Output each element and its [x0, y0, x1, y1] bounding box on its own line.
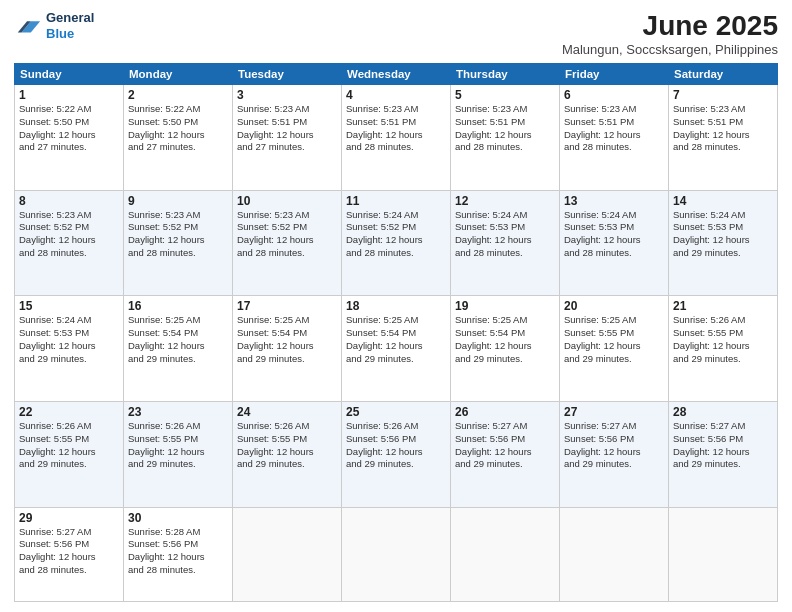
table-row: 11Sunrise: 5:24 AM Sunset: 5:52 PM Dayli… [342, 190, 451, 296]
table-row: 22Sunrise: 5:26 AM Sunset: 5:55 PM Dayli… [15, 401, 124, 507]
day-number: 28 [673, 405, 773, 419]
week-row-4: 22Sunrise: 5:26 AM Sunset: 5:55 PM Dayli… [15, 401, 778, 507]
table-row: 12Sunrise: 5:24 AM Sunset: 5:53 PM Dayli… [451, 190, 560, 296]
day-info: Sunrise: 5:22 AM Sunset: 5:50 PM Dayligh… [128, 103, 228, 154]
day-number: 26 [455, 405, 555, 419]
day-number: 3 [237, 88, 337, 102]
day-number: 21 [673, 299, 773, 313]
week-row-3: 15Sunrise: 5:24 AM Sunset: 5:53 PM Dayli… [15, 296, 778, 402]
table-row: 1Sunrise: 5:22 AM Sunset: 5:50 PM Daylig… [15, 85, 124, 191]
day-info: Sunrise: 5:25 AM Sunset: 5:54 PM Dayligh… [237, 314, 337, 365]
location-title: Malungun, Soccsksargen, Philippines [562, 42, 778, 57]
day-info: Sunrise: 5:24 AM Sunset: 5:53 PM Dayligh… [564, 209, 664, 260]
table-row: 2Sunrise: 5:22 AM Sunset: 5:50 PM Daylig… [124, 85, 233, 191]
table-row: 10Sunrise: 5:23 AM Sunset: 5:52 PM Dayli… [233, 190, 342, 296]
day-info: Sunrise: 5:27 AM Sunset: 5:56 PM Dayligh… [455, 420, 555, 471]
table-row [233, 507, 342, 601]
table-row: 18Sunrise: 5:25 AM Sunset: 5:54 PM Dayli… [342, 296, 451, 402]
day-info: Sunrise: 5:26 AM Sunset: 5:55 PM Dayligh… [673, 314, 773, 365]
day-info: Sunrise: 5:24 AM Sunset: 5:53 PM Dayligh… [19, 314, 119, 365]
day-number: 30 [128, 511, 228, 525]
logo: General Blue [14, 10, 94, 41]
table-row: 16Sunrise: 5:25 AM Sunset: 5:54 PM Dayli… [124, 296, 233, 402]
day-number: 29 [19, 511, 119, 525]
table-row: 15Sunrise: 5:24 AM Sunset: 5:53 PM Dayli… [15, 296, 124, 402]
table-row: 28Sunrise: 5:27 AM Sunset: 5:56 PM Dayli… [669, 401, 778, 507]
col-thursday: Thursday [451, 64, 560, 85]
col-saturday: Saturday [669, 64, 778, 85]
day-info: Sunrise: 5:24 AM Sunset: 5:52 PM Dayligh… [346, 209, 446, 260]
day-info: Sunrise: 5:23 AM Sunset: 5:52 PM Dayligh… [19, 209, 119, 260]
title-block: June 2025 Malungun, Soccsksargen, Philip… [562, 10, 778, 57]
day-number: 20 [564, 299, 664, 313]
table-row: 14Sunrise: 5:24 AM Sunset: 5:53 PM Dayli… [669, 190, 778, 296]
table-row: 7Sunrise: 5:23 AM Sunset: 5:51 PM Daylig… [669, 85, 778, 191]
table-row: 23Sunrise: 5:26 AM Sunset: 5:55 PM Dayli… [124, 401, 233, 507]
table-row: 20Sunrise: 5:25 AM Sunset: 5:55 PM Dayli… [560, 296, 669, 402]
col-wednesday: Wednesday [342, 64, 451, 85]
day-info: Sunrise: 5:27 AM Sunset: 5:56 PM Dayligh… [19, 526, 119, 577]
month-title: June 2025 [562, 10, 778, 42]
day-number: 24 [237, 405, 337, 419]
day-number: 27 [564, 405, 664, 419]
table-row: 3Sunrise: 5:23 AM Sunset: 5:51 PM Daylig… [233, 85, 342, 191]
day-number: 19 [455, 299, 555, 313]
day-info: Sunrise: 5:23 AM Sunset: 5:51 PM Dayligh… [346, 103, 446, 154]
col-sunday: Sunday [15, 64, 124, 85]
day-info: Sunrise: 5:23 AM Sunset: 5:51 PM Dayligh… [237, 103, 337, 154]
day-number: 17 [237, 299, 337, 313]
calendar-page: General Blue June 2025 Malungun, Soccsks… [0, 0, 792, 612]
day-number: 23 [128, 405, 228, 419]
week-row-2: 8Sunrise: 5:23 AM Sunset: 5:52 PM Daylig… [15, 190, 778, 296]
table-row: 5Sunrise: 5:23 AM Sunset: 5:51 PM Daylig… [451, 85, 560, 191]
table-row: 29Sunrise: 5:27 AM Sunset: 5:56 PM Dayli… [15, 507, 124, 601]
table-row: 21Sunrise: 5:26 AM Sunset: 5:55 PM Dayli… [669, 296, 778, 402]
day-number: 2 [128, 88, 228, 102]
table-row: 6Sunrise: 5:23 AM Sunset: 5:51 PM Daylig… [560, 85, 669, 191]
day-number: 5 [455, 88, 555, 102]
day-number: 9 [128, 194, 228, 208]
day-number: 1 [19, 88, 119, 102]
day-info: Sunrise: 5:24 AM Sunset: 5:53 PM Dayligh… [673, 209, 773, 260]
table-row [560, 507, 669, 601]
table-row [451, 507, 560, 601]
table-row: 9Sunrise: 5:23 AM Sunset: 5:52 PM Daylig… [124, 190, 233, 296]
table-row: 19Sunrise: 5:25 AM Sunset: 5:54 PM Dayli… [451, 296, 560, 402]
week-row-1: 1Sunrise: 5:22 AM Sunset: 5:50 PM Daylig… [15, 85, 778, 191]
day-number: 6 [564, 88, 664, 102]
day-number: 25 [346, 405, 446, 419]
day-info: Sunrise: 5:24 AM Sunset: 5:53 PM Dayligh… [455, 209, 555, 260]
day-info: Sunrise: 5:27 AM Sunset: 5:56 PM Dayligh… [564, 420, 664, 471]
day-info: Sunrise: 5:25 AM Sunset: 5:54 PM Dayligh… [346, 314, 446, 365]
week-row-5: 29Sunrise: 5:27 AM Sunset: 5:56 PM Dayli… [15, 507, 778, 601]
table-row [342, 507, 451, 601]
table-row: 17Sunrise: 5:25 AM Sunset: 5:54 PM Dayli… [233, 296, 342, 402]
day-number: 14 [673, 194, 773, 208]
day-number: 22 [19, 405, 119, 419]
day-number: 8 [19, 194, 119, 208]
day-info: Sunrise: 5:28 AM Sunset: 5:56 PM Dayligh… [128, 526, 228, 577]
header: General Blue June 2025 Malungun, Soccsks… [14, 10, 778, 57]
table-row: 26Sunrise: 5:27 AM Sunset: 5:56 PM Dayli… [451, 401, 560, 507]
day-info: Sunrise: 5:23 AM Sunset: 5:51 PM Dayligh… [673, 103, 773, 154]
day-number: 10 [237, 194, 337, 208]
table-row: 27Sunrise: 5:27 AM Sunset: 5:56 PM Dayli… [560, 401, 669, 507]
table-row: 24Sunrise: 5:26 AM Sunset: 5:55 PM Dayli… [233, 401, 342, 507]
calendar-table: Sunday Monday Tuesday Wednesday Thursday… [14, 63, 778, 602]
day-info: Sunrise: 5:23 AM Sunset: 5:51 PM Dayligh… [455, 103, 555, 154]
table-row: 30Sunrise: 5:28 AM Sunset: 5:56 PM Dayli… [124, 507, 233, 601]
day-number: 18 [346, 299, 446, 313]
col-tuesday: Tuesday [233, 64, 342, 85]
day-info: Sunrise: 5:25 AM Sunset: 5:54 PM Dayligh… [455, 314, 555, 365]
table-row: 4Sunrise: 5:23 AM Sunset: 5:51 PM Daylig… [342, 85, 451, 191]
day-info: Sunrise: 5:26 AM Sunset: 5:56 PM Dayligh… [346, 420, 446, 471]
calendar-header-row: Sunday Monday Tuesday Wednesday Thursday… [15, 64, 778, 85]
day-number: 4 [346, 88, 446, 102]
table-row: 25Sunrise: 5:26 AM Sunset: 5:56 PM Dayli… [342, 401, 451, 507]
table-row: 8Sunrise: 5:23 AM Sunset: 5:52 PM Daylig… [15, 190, 124, 296]
col-friday: Friday [560, 64, 669, 85]
day-number: 11 [346, 194, 446, 208]
day-number: 16 [128, 299, 228, 313]
col-monday: Monday [124, 64, 233, 85]
day-info: Sunrise: 5:25 AM Sunset: 5:55 PM Dayligh… [564, 314, 664, 365]
